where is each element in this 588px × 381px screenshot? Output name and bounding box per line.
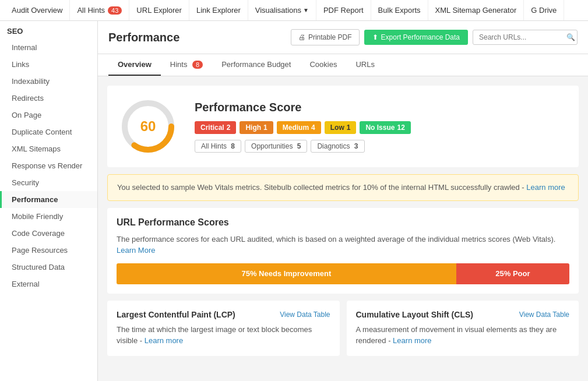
hint-diagnostics[interactable]: Diagnotics 3: [311, 140, 364, 153]
search-box[interactable]: 🔍: [473, 30, 578, 45]
tab-hints[interactable]: Hints 8: [161, 54, 212, 76]
cls-title: Cumulative Layout Shift (CLS): [356, 310, 473, 319]
hint-all[interactable]: All Hints 8: [195, 140, 241, 153]
nav-url-explorer[interactable]: URL Explorer: [129, 0, 189, 20]
nav-all-hints[interactable]: All Hints 43: [70, 0, 129, 20]
url-performance-section: URL Performance Scores The performance s…: [107, 208, 579, 294]
tab-performance-budget[interactable]: Performance Budget: [212, 54, 300, 76]
nav-label: All Hints: [77, 6, 105, 15]
sidebar-item-xml-sitemaps[interactable]: XML Sitemaps: [0, 140, 97, 157]
nav-bulk-exports[interactable]: Bulk Exports: [371, 0, 428, 20]
nav-label: URL Explorer: [136, 6, 182, 15]
nav-g-drive[interactable]: G Drive: [524, 0, 564, 20]
bottom-cards: Largest Contentful Paint (LCP) View Data…: [107, 301, 579, 356]
badge-low[interactable]: Low 1: [325, 121, 357, 134]
lcp-card: Largest Contentful Paint (LCP) View Data…: [107, 301, 340, 356]
url-performance-desc: The performance scores for each URL audi…: [117, 234, 569, 256]
search-icon: 🔍: [566, 33, 575, 41]
top-navigation: Audit Overview All Hints 43 URL Explorer…: [0, 0, 588, 21]
progress-poor: 25% Poor: [456, 263, 569, 284]
nav-label: Audit Overview: [12, 6, 62, 15]
score-value: 60: [140, 118, 156, 135]
sidebar-item-links[interactable]: Links: [0, 56, 97, 73]
sidebar-item-response-vs-render[interactable]: Response vs Render: [0, 157, 97, 174]
lcp-view-data-link[interactable]: View Data Table: [280, 311, 330, 319]
badge-medium[interactable]: Medium 4: [277, 121, 321, 134]
nav-audit-overview[interactable]: Audit Overview: [5, 0, 70, 20]
tabs-bar: Overview Hints 8 Performance Budget Cook…: [98, 54, 588, 76]
lcp-learn-more-link[interactable]: Learn more: [145, 336, 183, 345]
content-header: Performance 🖨 Printable PDF ⬆ Export Per…: [98, 21, 588, 54]
sidebar: SEO Internal Links Indexability Redirect…: [0, 21, 98, 381]
score-details: Performance Score Critical 2 High 1 Medi…: [195, 101, 567, 153]
sidebar-item-indexability[interactable]: Indexability: [0, 73, 97, 90]
sidebar-item-internal[interactable]: Internal: [0, 39, 97, 56]
page-title: Performance: [108, 31, 179, 44]
badge-high[interactable]: High 1: [240, 121, 273, 134]
info-banner: You selected to sample Web Vitals metric…: [107, 174, 579, 201]
nav-label: G Drive: [531, 6, 557, 15]
printable-pdf-button[interactable]: 🖨 Printable PDF: [291, 29, 360, 45]
all-hints-badge: 43: [108, 6, 122, 15]
sidebar-item-duplicate-content[interactable]: Duplicate Content: [0, 124, 97, 140]
export-performance-button[interactable]: ⬆ Export Performance Data: [364, 30, 468, 45]
badges-row: Critical 2 High 1 Medium 4 Low: [195, 121, 567, 134]
score-card: 60 Performance Score Critical 2 High 1: [107, 86, 579, 167]
nav-label: Visualisations: [255, 6, 301, 15]
sidebar-item-page-resources[interactable]: Page Resources: [0, 242, 97, 259]
lcp-card-header: Largest Contentful Paint (LCP) View Data…: [117, 310, 330, 319]
hint-opportunities[interactable]: Opportunities 5: [245, 140, 307, 153]
learn-more-link[interactable]: Learn more: [526, 183, 565, 192]
tab-overview[interactable]: Overview: [108, 54, 161, 76]
hints-filter-row: All Hints 8 Opportunities 5 Diagnotics 3: [195, 140, 567, 153]
progress-needs-improvement: 75% Needs Improvement: [117, 263, 456, 284]
nav-pdf-report[interactable]: PDF Report: [316, 0, 371, 20]
sidebar-item-code-coverage[interactable]: Code Coverage: [0, 225, 97, 242]
cls-card: Cumulative Layout Shift (CLS) View Data …: [347, 301, 579, 356]
sidebar-item-mobile-friendly[interactable]: Mobile Friendly: [0, 208, 97, 225]
nav-label: PDF Report: [323, 6, 364, 15]
cls-view-data-link[interactable]: View Data Table: [519, 311, 569, 319]
hints-badge: 8: [192, 61, 203, 69]
badge-critical[interactable]: Critical 2: [195, 121, 236, 134]
score-title: Performance Score: [195, 101, 567, 114]
nav-xml-sitemap[interactable]: XML Sitemap Generator: [428, 0, 524, 20]
header-actions: 🖨 Printable PDF ⬆ Export Performance Dat…: [291, 29, 578, 45]
sidebar-seo-section: SEO: [0, 21, 97, 39]
content-body: 60 Performance Score Critical 2 High 1: [98, 76, 588, 365]
donut-chart: 60: [119, 97, 177, 156]
url-performance-title: URL Performance Scores: [117, 217, 569, 228]
lcp-desc: The time at which the largest image or t…: [117, 324, 330, 347]
content-area: Performance 🖨 Printable PDF ⬆ Export Per…: [98, 21, 588, 381]
cls-learn-more-link[interactable]: Learn more: [393, 336, 431, 345]
learn-more-url-link[interactable]: Learn More: [117, 246, 155, 255]
cls-card-header: Cumulative Layout Shift (CLS) View Data …: [356, 310, 570, 319]
badge-noissue[interactable]: No Issue 12: [360, 121, 410, 134]
sidebar-item-external[interactable]: External: [0, 276, 97, 292]
progress-bar: 75% Needs Improvement 25% Poor: [117, 263, 569, 284]
sidebar-item-on-page[interactable]: On Page: [0, 107, 97, 124]
sidebar-item-security[interactable]: Security: [0, 174, 97, 191]
sidebar-item-performance[interactable]: Performance: [0, 191, 97, 208]
sidebar-item-redirects[interactable]: Redirects: [0, 90, 97, 107]
main-layout: SEO Internal Links Indexability Redirect…: [0, 21, 588, 381]
nav-label: Bulk Exports: [378, 6, 421, 15]
tab-urls[interactable]: URLs: [346, 54, 384, 76]
cls-desc: A measurement of movement in visual elem…: [356, 324, 570, 347]
nav-visualisations[interactable]: Visualisations ▼: [248, 0, 316, 20]
print-icon: 🖨: [298, 33, 305, 41]
nav-link-explorer[interactable]: Link Explorer: [189, 0, 248, 20]
search-input[interactable]: [479, 33, 566, 41]
tab-cookies[interactable]: Cookies: [300, 54, 346, 76]
export-icon: ⬆: [372, 33, 378, 41]
nav-label: XML Sitemap Generator: [435, 6, 517, 15]
sidebar-item-structured-data[interactable]: Structured Data: [0, 259, 97, 276]
lcp-title: Largest Contentful Paint (LCP): [117, 310, 235, 319]
chevron-down-icon: ▼: [303, 7, 309, 13]
nav-label: Link Explorer: [196, 6, 241, 15]
